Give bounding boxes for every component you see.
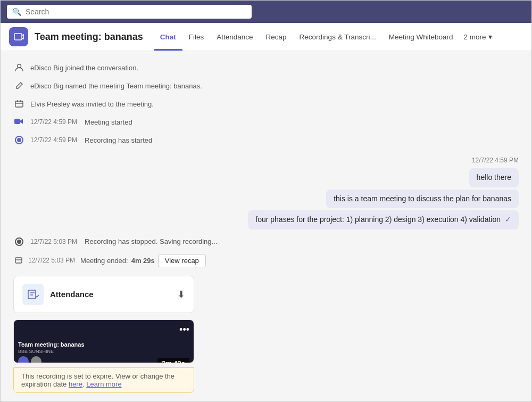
recording-stopped-message: 12/7/22 5:03 PM Recording has stopped. S…	[13, 234, 519, 250]
svg-rect-0	[14, 34, 22, 40]
meeting-duration: 4m 29s	[131, 257, 155, 265]
meeting-ended-text: Meeting ended:	[80, 257, 128, 265]
svg-point-5	[17, 138, 21, 142]
more-options-button[interactable]: •••	[179, 324, 189, 335]
sys-msg-5-ts: 12/7/22 4:59 PM	[30, 136, 77, 144]
chat-bubble-2: this is a team meeting to discuss the pl…	[326, 190, 519, 209]
tab-attendance[interactable]: Attendance	[210, 23, 259, 51]
record-start-icon	[13, 134, 25, 146]
sys-msg-4-ts: 12/7/22 4:59 PM	[30, 118, 77, 126]
recording-card: ••• Team meeting: bananas BBB SUNSHINE 3…	[13, 319, 194, 363]
svg-rect-2	[15, 101, 23, 107]
sys-msg-2: eDisco Big named the meeting Team meetin…	[30, 82, 202, 90]
person-joined-icon	[13, 62, 25, 73]
meeting-ended-ts: 12/7/22 5:03 PM	[28, 257, 75, 264]
tab-recordings[interactable]: Recordings & Transcri...	[293, 23, 383, 51]
recording-stopped-text: Recording has stopped. Saving recording.…	[85, 237, 217, 245]
page-title: Team meeting: bananas	[35, 31, 143, 43]
svg-point-7	[17, 240, 21, 244]
tab-whiteboard[interactable]: Meeting Whiteboard	[383, 23, 460, 51]
pencil-icon	[13, 80, 25, 92]
user-messages-block: 12/7/22 4:59 PM hello there this is a te…	[13, 157, 519, 229]
tab-files[interactable]: Files	[182, 23, 211, 51]
thumbnail-title: Team meeting: bananas	[18, 341, 189, 348]
sys-msg-4-text: Meeting started	[85, 118, 132, 126]
svg-rect-3	[14, 119, 20, 124]
view-recap-button[interactable]: View recap	[158, 254, 206, 267]
search-input-wrapper[interactable]: 🔍	[7, 5, 252, 19]
svg-rect-8	[15, 258, 22, 263]
sys-msg-1: eDisco Big joined the conversation.	[30, 64, 138, 72]
avatar	[18, 356, 29, 363]
tab-chat[interactable]: Chat	[154, 23, 182, 51]
thumbnail-sub: BBB SUNSHINE	[18, 349, 189, 354]
chat-bubble-3: four phases for the project: 1) planning…	[248, 210, 519, 229]
avatar	[31, 356, 41, 363]
user-msg-timestamp: 12/7/22 4:59 PM	[472, 157, 519, 164]
search-icon: 🔍	[12, 7, 21, 16]
tab-recap[interactable]: Recap	[260, 23, 293, 51]
expiry-notice: This recording is set to expire. View or…	[13, 367, 194, 393]
calendar-invite-icon	[13, 98, 25, 110]
sys-msg-5-text: Recording has started	[85, 136, 152, 144]
chat-area: eDisco Big joined the conversation. eDis…	[1, 51, 531, 401]
tab-more[interactable]: 2 more ▾	[459, 23, 496, 51]
svg-rect-9	[28, 290, 36, 299]
recording-stopped-ts: 12/7/22 5:03 PM	[30, 238, 77, 245]
attendance-icon	[22, 284, 44, 305]
expiry-learn-more-link[interactable]: Learn more	[86, 380, 121, 388]
record-stop-icon	[13, 236, 25, 248]
app-window: 🔍 Team meeting: bananas Chat Files Atten…	[0, 0, 532, 402]
system-message: 12/7/22 4:59 PM Recording has started	[13, 132, 519, 148]
chat-bubble-1: hello there	[469, 168, 519, 187]
video-icon	[13, 116, 25, 128]
meeting-ended-icon	[13, 255, 25, 266]
meeting-ended-row: 12/7/22 5:03 PM Meeting ended: 4m 29s Vi…	[13, 252, 519, 269]
expiry-here-link[interactable]: here	[69, 380, 82, 388]
read-receipt-icon: ✓	[505, 215, 511, 225]
attendance-card: Attendance ⬇	[13, 276, 194, 313]
tabs: Chat Files Attendance Recap Recordings &…	[154, 23, 496, 51]
download-icon[interactable]: ⬇	[177, 289, 185, 300]
system-message: 12/7/22 4:59 PM Meeting started	[13, 114, 519, 130]
attendance-label: Attendance	[50, 290, 171, 299]
header: Team meeting: bananas Chat Files Attenda…	[1, 23, 531, 51]
system-message: eDisco Big joined the conversation.	[13, 60, 519, 76]
recording-thumbnail[interactable]: ••• Team meeting: bananas BBB SUNSHINE 3…	[14, 320, 194, 363]
system-message: eDisco Big named the meeting Team meetin…	[13, 78, 519, 94]
meeting-icon	[9, 27, 28, 46]
search-input[interactable]	[26, 7, 246, 16]
system-message: Elvis Presley was invited to the meeting…	[13, 96, 519, 112]
sys-msg-3: Elvis Presley was invited to the meeting…	[30, 100, 154, 108]
chevron-down-icon: ▾	[488, 32, 492, 41]
recording-duration: 3m 43s	[157, 358, 189, 363]
search-bar: 🔍	[1, 1, 531, 23]
